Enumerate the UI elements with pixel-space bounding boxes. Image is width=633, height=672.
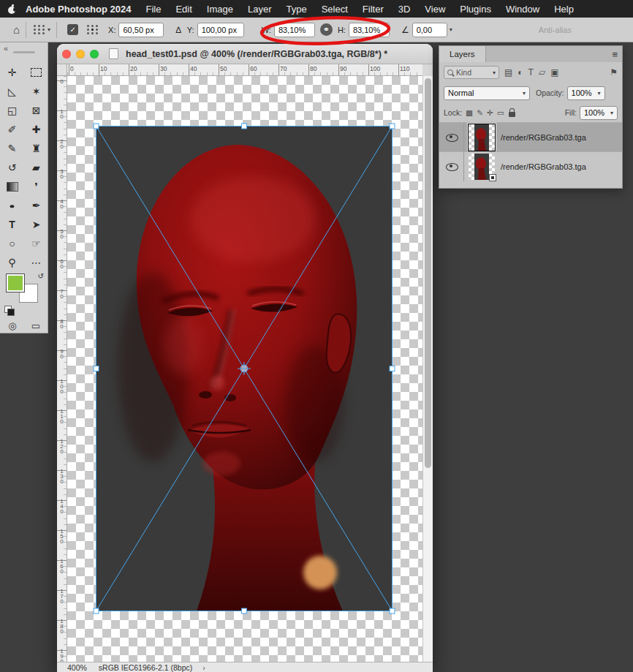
angle-input[interactable]: 0,00	[412, 23, 447, 37]
ruler-origin[interactable]	[57, 64, 67, 76]
layer-name[interactable]: /render/RGBGrab03.tga	[501, 133, 586, 142]
lock-option-icon[interactable]: ▭	[497, 108, 504, 117]
relative-position-icon[interactable]: ∆	[175, 25, 181, 35]
shape-tool-button[interactable]: ○	[0, 234, 24, 253]
clone-stamp-tool-button[interactable]: ♜	[24, 139, 48, 158]
crop-tool-button[interactable]: ◱	[0, 101, 24, 120]
layer-filter-icon[interactable]: ◐	[518, 67, 523, 78]
blend-mode-select[interactable]: Normal ▾	[444, 86, 530, 100]
opacity-select[interactable]: 100% ▾	[567, 86, 605, 100]
lock-option-icon[interactable]: ▩	[466, 108, 473, 117]
layer-row[interactable]: /render/RGBGrab03.tga	[439, 151, 622, 181]
blur-tool-button[interactable]: ❜	[24, 177, 48, 196]
frame-tool-button[interactable]: ⊠	[24, 101, 48, 120]
reference-point-toggle[interactable]: ✓	[67, 24, 78, 35]
eraser-tool-button[interactable]: ▰	[24, 158, 48, 177]
horizontal-ruler[interactable]: 0102030405060708090100110	[67, 64, 422, 76]
chevron-down-icon[interactable]: ▾	[450, 26, 452, 33]
status-chevron-icon[interactable]: ›	[202, 663, 205, 672]
layer-filter-icon[interactable]: ▱	[539, 67, 545, 78]
menu-item[interactable]: File	[145, 4, 161, 15]
path-selection-tool-button[interactable]: ➤	[24, 215, 48, 234]
screen-mode-button[interactable]: ▭	[25, 317, 47, 333]
menu-item[interactable]: Filter	[363, 4, 384, 15]
lock-all-icon[interactable]	[509, 112, 515, 117]
color-profile-status[interactable]: sRGB IEC61966-2.1 (8bpc)	[99, 663, 192, 672]
zoom-level-field[interactable]: 400%	[67, 663, 87, 672]
dodge-tool-button[interactable]: ●	[0, 196, 24, 215]
app-name[interactable]: Adobe Photoshop 2024	[26, 4, 131, 15]
swap-colors-icon[interactable]: ↺	[38, 272, 44, 280]
menu-item[interactable]: Image	[207, 4, 233, 15]
transform-handle[interactable]	[94, 366, 99, 371]
document-titlebar[interactable]: head_test01.psd @ 400% (/render/RGBGrab0…	[57, 44, 433, 64]
move-tool-button[interactable]: ✛	[0, 63, 24, 82]
transform-handle[interactable]	[94, 608, 99, 614]
eyedropper-tool-button[interactable]: ✐	[0, 120, 24, 139]
kind-filter-select[interactable]: Kind ▾	[444, 66, 499, 79]
close-window-button[interactable]	[62, 50, 71, 58]
minimize-window-button[interactable]	[76, 50, 85, 58]
more-tools-button[interactable]: ⋯	[24, 253, 48, 272]
pen-tool-button[interactable]: ✒	[24, 196, 48, 215]
menu-item[interactable]: Window	[506, 4, 539, 15]
menu-item[interactable]: 3D	[398, 4, 411, 15]
x-input[interactable]: 60,50 px	[118, 23, 164, 37]
scrollbar-thumb[interactable]	[425, 78, 431, 468]
lasso-tool-button[interactable]: ◺	[0, 82, 24, 101]
height-input[interactable]: 83,10%	[349, 23, 390, 37]
fill-select[interactable]: 100% ▾	[580, 106, 618, 120]
layer-visibility-icon[interactable]	[446, 163, 458, 171]
lock-option-icon[interactable]: ✛	[487, 108, 493, 117]
filter-pin-icon[interactable]: ⚑	[610, 67, 618, 78]
zoom-window-button[interactable]	[90, 50, 99, 58]
history-brush-tool-button[interactable]: ↺	[0, 158, 24, 177]
menu-item[interactable]: View	[425, 4, 445, 15]
lock-option-icon[interactable]: ✎	[477, 108, 483, 117]
layer-filter-icon[interactable]: T	[528, 67, 534, 78]
collapse-panel-icon[interactable]: «	[4, 44, 7, 53]
y-input[interactable]: 100,00 px	[197, 23, 244, 37]
reference-point-locator[interactable]	[87, 25, 99, 34]
healing-brush-tool-button[interactable]: ✚	[24, 120, 48, 139]
foreground-color-swatch[interactable]	[6, 273, 25, 292]
apple-logo-icon[interactable]	[7, 4, 17, 15]
panel-grip[interactable]	[13, 51, 35, 53]
vertical-ruler[interactable]: 0102030405060708090100110120130140150160…	[57, 76, 67, 662]
brush-tool-button[interactable]: ✎	[0, 139, 24, 158]
transform-handle[interactable]	[242, 124, 247, 129]
layer-filter-icon[interactable]: ▣	[550, 67, 558, 78]
menu-item[interactable]: Layer	[248, 4, 272, 15]
object-selection-tool-button[interactable]: ✶	[24, 82, 48, 101]
menu-item[interactable]: Plugins	[460, 4, 491, 15]
transform-handle[interactable]	[242, 608, 247, 614]
link-dimensions-icon[interactable]: ⚭	[320, 23, 333, 36]
type-tool-button[interactable]: T	[0, 215, 24, 234]
menu-item[interactable]: Select	[322, 4, 348, 15]
canvas-viewport[interactable]	[67, 76, 422, 662]
home-icon[interactable]: ⌂	[13, 23, 20, 36]
layer-row[interactable]: /render/RGBGrab03.tga	[439, 122, 622, 152]
menu-item[interactable]: Help	[554, 4, 574, 15]
zoom-tool-button[interactable]: ⚲	[0, 253, 24, 272]
hand-tool-button[interactable]: ☞	[24, 234, 48, 253]
layer-name[interactable]: /render/RGBGrab03.tga	[501, 162, 586, 171]
layer-thumbnail[interactable]	[469, 154, 495, 180]
vertical-scrollbar[interactable]	[422, 76, 433, 662]
panel-menu-icon[interactable]: ≡	[612, 49, 618, 60]
gradient-tool-button[interactable]	[0, 177, 24, 196]
tab-layers[interactable]: Layers	[439, 46, 486, 62]
transform-handle[interactable]	[390, 608, 395, 614]
chevron-down-icon[interactable]: ▾	[48, 26, 50, 33]
marquee-tool-button[interactable]	[24, 63, 48, 82]
default-colors-icon-fg[interactable]	[7, 309, 15, 316]
transform-handle[interactable]	[390, 124, 395, 129]
transform-handle[interactable]	[94, 124, 99, 129]
menu-item[interactable]: Edit	[175, 4, 192, 15]
quick-mask-button[interactable]: ◎	[1, 317, 23, 333]
layer-filter-icon[interactable]: ▤	[504, 67, 512, 78]
width-input[interactable]: 83,10%	[274, 23, 315, 37]
transform-handle[interactable]	[390, 366, 395, 371]
layer-visibility-icon[interactable]	[446, 134, 458, 142]
tool-preset-picker-icon[interactable]	[34, 25, 45, 34]
